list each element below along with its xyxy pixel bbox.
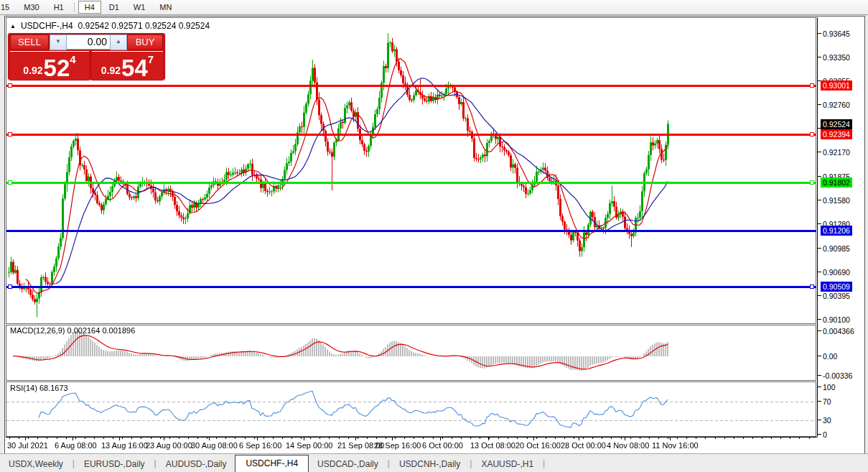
time-major-tick bbox=[625, 438, 625, 440]
time-tick-mark bbox=[395, 438, 396, 439]
time-tick-mark bbox=[291, 438, 292, 439]
timeframe-button-h1[interactable]: H1 bbox=[47, 1, 70, 14]
mt4-terminal: 15M30H1H4D1W1MN ▲ USDCHF-,H4 0.92542 0.9… bbox=[0, 0, 868, 472]
macd-tick-label: -0.00336 bbox=[823, 371, 852, 380]
hline-price-badge: 0.91206 bbox=[821, 226, 852, 236]
time-tick-mark bbox=[677, 438, 678, 439]
time-tick-mark bbox=[517, 438, 518, 439]
price-tick-label: 0.93645 bbox=[823, 29, 850, 38]
time-axis[interactable]: 30 Jul 20216 Aug 08:0013 Aug 16:0023 Aug… bbox=[6, 437, 817, 453]
time-major-tick bbox=[257, 438, 258, 440]
price-tick-mark bbox=[818, 295, 821, 296]
time-tick-label: 14 Sep 00:00 bbox=[286, 441, 332, 450]
chart-tab-audusd-daily[interactable]: AUDUSD-,Daily bbox=[157, 456, 235, 472]
timeframe-button-mn[interactable]: MN bbox=[153, 1, 178, 14]
time-tick-mark bbox=[489, 438, 490, 439]
volume-down-button[interactable]: ▼ bbox=[50, 34, 67, 50]
time-tick-mark bbox=[9, 438, 10, 439]
time-tick-mark bbox=[358, 438, 358, 439]
time-tick-label: 30 Aug 08:00 bbox=[191, 441, 238, 450]
current-price-badge: 0.92524 bbox=[821, 119, 852, 129]
price-tick-label: 0.92170 bbox=[823, 148, 850, 157]
buy-price-big: 54 bbox=[121, 57, 148, 79]
time-tick-mark bbox=[508, 438, 508, 439]
time-tick-mark bbox=[705, 438, 706, 439]
time-tick-mark bbox=[592, 438, 593, 439]
time-tick-mark bbox=[301, 438, 302, 439]
volume-field[interactable]: 0.00 bbox=[67, 34, 110, 50]
time-tick-mark bbox=[310, 438, 311, 439]
rsi-tick-mark bbox=[818, 387, 821, 387]
time-tick-mark bbox=[254, 438, 255, 439]
time-tick-mark bbox=[151, 438, 151, 439]
macd-label: MACD(12,26,9) 0.002164 0.001896 bbox=[10, 326, 135, 335]
time-tick-mark bbox=[207, 438, 207, 439]
time-tick-mark bbox=[752, 438, 753, 439]
macd-tick-label: 0.004366 bbox=[823, 327, 854, 336]
sell-price-sup: 4 bbox=[70, 53, 75, 65]
chart-tabs: USDX,Weekly|EURUSD-,Daily|AUDUSD-,DailyU… bbox=[0, 453, 868, 472]
sell-price-prefix: 0.92 bbox=[23, 65, 42, 76]
time-tick-mark bbox=[470, 438, 471, 439]
time-tick-mark bbox=[94, 438, 95, 439]
time-tick-mark bbox=[197, 438, 198, 439]
time-tick-mark bbox=[131, 438, 132, 439]
price-axis[interactable]: 0.936450.933500.930550.927600.924650.921… bbox=[817, 17, 864, 437]
time-tick-mark bbox=[649, 438, 650, 439]
time-tick-mark bbox=[169, 438, 170, 439]
buy-price-display[interactable]: 0.92 54 7 bbox=[92, 51, 163, 80]
chart-tab-usdchf-h4[interactable]: USDCHF-,H4 bbox=[235, 455, 309, 472]
price-tick-mark bbox=[818, 33, 821, 34]
time-tick-mark bbox=[103, 438, 104, 439]
price-tick-mark bbox=[818, 272, 821, 272]
time-tick-mark bbox=[715, 438, 716, 439]
time-major-tick bbox=[355, 438, 356, 440]
timeframe-button-15[interactable]: 15 bbox=[0, 1, 16, 14]
time-major-tick bbox=[25, 438, 26, 440]
timeframe-button-w1[interactable]: W1 bbox=[127, 1, 152, 14]
toolbar-divider bbox=[74, 2, 75, 12]
time-tick-label: 13 Oct 08:00 bbox=[470, 441, 515, 450]
timeframe-button-h4[interactable]: H4 bbox=[78, 1, 101, 14]
buy-price-sup: 7 bbox=[148, 53, 154, 65]
time-tick-mark bbox=[780, 438, 781, 439]
time-major-tick bbox=[392, 438, 393, 440]
tab-separator: | bbox=[542, 458, 546, 472]
time-tick-mark bbox=[141, 438, 141, 439]
price-tick-label: 0.92760 bbox=[823, 101, 850, 109]
sell-price-display[interactable]: 0.92 52 4 bbox=[10, 51, 89, 80]
time-major-tick bbox=[440, 438, 441, 440]
time-tick-mark bbox=[536, 438, 537, 439]
time-tick-mark bbox=[216, 438, 217, 439]
time-tick-label: 13 Aug 16:00 bbox=[101, 441, 148, 450]
rsi-tick-label: 0 bbox=[823, 430, 827, 439]
time-tick-mark bbox=[442, 438, 443, 439]
timeframe-button-d1[interactable]: D1 bbox=[103, 1, 126, 14]
rsi-tick-mark bbox=[818, 401, 821, 402]
time-major-tick bbox=[209, 438, 210, 440]
volume-up-button[interactable]: ▲ bbox=[110, 34, 127, 50]
chart-tab-usdx-weekly[interactable]: USDX,Weekly bbox=[0, 456, 72, 472]
time-tick-mark bbox=[235, 438, 235, 439]
chart-tab-usdcad-daily[interactable]: USDCAD-,Daily bbox=[309, 456, 387, 472]
timeframe-button-m30[interactable]: M30 bbox=[17, 1, 45, 14]
collapse-icon[interactable]: ▲ bbox=[10, 23, 16, 29]
hline-price-badge: 0.91802 bbox=[821, 177, 852, 188]
buy-button[interactable]: BUY bbox=[127, 34, 163, 50]
time-tick-mark bbox=[771, 438, 772, 439]
chart-tab-xauusd-h1[interactable]: XAUUSD-,H1 bbox=[472, 456, 542, 472]
time-major-tick bbox=[488, 438, 489, 440]
time-tick-mark bbox=[273, 438, 274, 439]
time-tick-mark bbox=[319, 438, 320, 439]
sell-button[interactable]: SELL bbox=[10, 34, 49, 50]
time-tick-mark bbox=[245, 438, 246, 439]
time-tick-mark bbox=[179, 438, 179, 439]
time-tick-mark bbox=[630, 438, 631, 439]
time-tick-mark bbox=[762, 438, 762, 439]
price-tick-mark bbox=[818, 200, 821, 200]
chart-tab-eurusd-daily[interactable]: EURUSD-,Daily bbox=[75, 456, 154, 472]
time-tick-mark bbox=[602, 438, 602, 439]
chart-tab-usdcnh-daily[interactable]: USDCNH-,Daily bbox=[391, 456, 469, 472]
time-tick-mark bbox=[423, 438, 424, 439]
time-major-tick bbox=[670, 438, 671, 440]
